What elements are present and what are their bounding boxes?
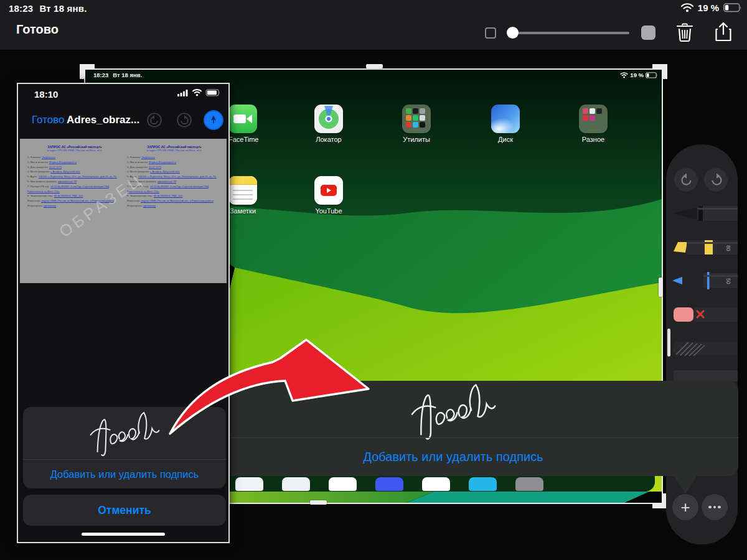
iphone-time: 18:10 xyxy=(34,89,58,100)
undo-icon xyxy=(146,112,162,128)
editor-canvas: 18:23Вт 18 янв. 19 % xyxy=(0,50,747,560)
dock-app-icon xyxy=(235,477,263,491)
palette-drag-handle[interactable] xyxy=(667,329,670,357)
app-label: Диск xyxy=(491,136,520,143)
folder-icon xyxy=(579,105,608,133)
folder-mini-icon xyxy=(406,122,411,128)
folder-mini-icon xyxy=(413,115,418,121)
find-my-app-icon xyxy=(314,105,343,133)
signature-sheet: Добавить или удалить подпись xyxy=(23,407,226,488)
folder-mini-icon xyxy=(420,115,425,121)
app-label: Разное xyxy=(579,136,608,143)
form-field-row: 2. Имя и отчествоМарина Владимировна xyxy=(27,160,122,165)
ellipsis-icon xyxy=(702,506,728,509)
app-youtube: YouTube xyxy=(314,176,343,215)
iphone-screenshot-overlay[interactable]: 18:10 xyxy=(17,83,230,543)
dock-app-icon xyxy=(282,477,310,491)
wifi-icon xyxy=(681,3,693,12)
dock-app-icon xyxy=(375,477,403,491)
form-field-row: 5. Адрес140100, г. Раменское, Моск. Обл.… xyxy=(27,174,122,179)
app-locator: Локатор xyxy=(314,105,343,143)
trash-icon xyxy=(676,22,693,42)
folder-mini-icon xyxy=(420,122,425,128)
iphone-cancel-button: Отменить xyxy=(23,495,226,526)
screenshot-battery-percent: 19 % xyxy=(630,72,644,78)
screenshot-date: Вт 18 янв. xyxy=(113,72,142,78)
dock-app-icon xyxy=(329,477,357,491)
app-facetime: FaceTime xyxy=(228,105,257,143)
delete-button[interactable] xyxy=(672,20,697,46)
pencil-tool[interactable]: 50 xyxy=(666,268,738,293)
form-field-row: 3. Дата рождения01.07.1975 xyxy=(27,165,122,170)
crop-handle-bottom-middle[interactable] xyxy=(310,500,327,505)
folder-mini-icon xyxy=(596,108,602,114)
crop-handle-top-right[interactable] xyxy=(652,64,667,79)
folder-icon xyxy=(402,105,431,133)
share-icon xyxy=(715,22,732,43)
battery-icon xyxy=(205,89,221,96)
crop-handle-top-middle[interactable] xyxy=(366,64,383,68)
crop-handle-bottom-right[interactable] xyxy=(652,493,667,508)
youtube-app-icon xyxy=(314,176,343,205)
iphone-done-button: Готово xyxy=(32,114,65,126)
lasso-icon xyxy=(666,335,738,360)
wifi-icon xyxy=(620,72,628,78)
add-annotation-button[interactable]: + xyxy=(672,494,698,520)
app-label: Утилиты xyxy=(402,136,431,143)
passport-form: ЗАПРОС АС «Российский паспорт»в отдел ОР… xyxy=(127,145,222,208)
folder-mini-icon xyxy=(590,108,595,114)
pen-tool[interactable] xyxy=(666,201,738,226)
undo-button[interactable] xyxy=(674,168,698,192)
app-label: Заметки xyxy=(228,207,257,215)
crop-handle-right-middle[interactable] xyxy=(659,278,663,297)
share-button[interactable] xyxy=(711,20,736,46)
passport-request-document: ЗАПРОС АС «Российский паспорт»в отдел ОР… xyxy=(20,139,227,283)
dock-app-icon xyxy=(515,477,543,491)
facetime-app-icon xyxy=(228,105,257,133)
dock-app-icon xyxy=(422,477,450,491)
form-field-row: Написаниеотдела УФМС России по Московско… xyxy=(127,198,222,203)
app-folder-utilities: Утилиты xyxy=(402,105,431,143)
battery-percent: 19 % xyxy=(698,2,719,13)
redo-button[interactable] xyxy=(704,168,728,192)
eraser-tool[interactable] xyxy=(666,302,738,327)
iphone-nav-bar: Готово Adres_obraz... xyxy=(18,106,228,136)
form-field-row: 8. Загранпаспорт сер.64 № 9328843, УВД -… xyxy=(127,194,222,198)
cellular-icon xyxy=(177,89,189,96)
screenshot-markup-editor: 18:23Вт 18 янв. 19 % Готово xyxy=(0,0,747,560)
signature-preview xyxy=(85,404,164,462)
iphone-add-remove-signature-button: Добавить или удалить подпись xyxy=(23,460,226,488)
more-options-button[interactable] xyxy=(702,494,728,520)
done-button[interactable]: Готово xyxy=(16,22,59,37)
highlighter-icon: 80 xyxy=(666,235,738,259)
app-label: Локатор xyxy=(314,136,343,143)
saved-signature[interactable] xyxy=(402,375,504,447)
battery-icon xyxy=(723,3,742,12)
form-field-row: 4. Место рожденияг. Ангарск, Иркутской о… xyxy=(27,169,122,174)
top-bar: 18:23Вт 18 янв. 19 % Готово xyxy=(0,0,747,50)
opacity-slider-track[interactable] xyxy=(507,32,629,34)
system-clock: 18:23Вт 18 янв. xyxy=(9,3,93,14)
form-field-row: 1. ФамилияЗаяревская xyxy=(27,155,122,160)
svg-text:50: 50 xyxy=(725,278,731,284)
crop-handle-top-left[interactable] xyxy=(80,64,95,79)
add-remove-signature-button[interactable]: Добавить или удалить подпись xyxy=(168,437,738,476)
app-label: FaceTime xyxy=(228,136,257,143)
app-notes: Заметки xyxy=(228,176,257,215)
app-disk: Диск xyxy=(491,105,520,143)
form-subtitle: в отдел ОРОЗП УФМС России по Моск. обл. xyxy=(27,149,122,152)
lasso-tool[interactable] xyxy=(666,335,738,360)
popover-arrow xyxy=(674,475,697,493)
pencil-icon: 50 xyxy=(666,268,738,293)
system-status-bar: 18:23Вт 18 янв. 19 % xyxy=(0,0,747,16)
folder-mini-icon xyxy=(420,108,425,114)
folder-mini-icon xyxy=(583,115,588,121)
disk-app-icon xyxy=(491,105,520,133)
form-field-row: Исполнитель(фамилия) xyxy=(127,203,222,208)
opacity-slider-knob[interactable] xyxy=(507,27,519,39)
form-field-row: 2. Имя и отчествоМарина Владимировна xyxy=(127,160,222,165)
screenshot-status-clock: 18:23Вт 18 янв. xyxy=(93,72,146,78)
redo-icon xyxy=(709,172,724,187)
highlighter-tool[interactable]: 80 xyxy=(666,235,738,259)
iphone-undo-button xyxy=(145,111,164,130)
